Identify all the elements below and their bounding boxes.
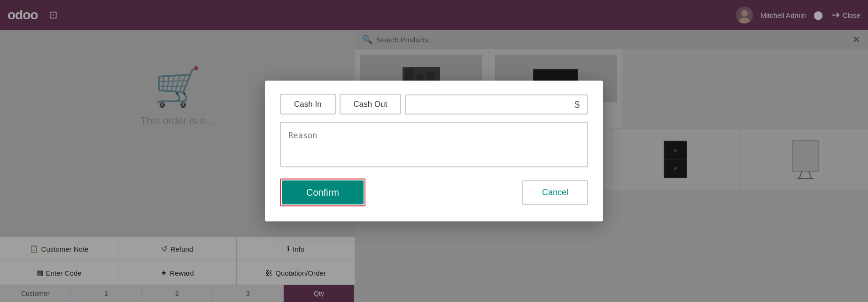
modal-tab-row: Cash In Cash Out $ — [280, 94, 588, 115]
amount-input[interactable] — [413, 100, 574, 109]
cancel-button[interactable]: Cancel — [522, 180, 588, 205]
cash-in-tab[interactable]: Cash In — [280, 94, 336, 115]
modal-actions: Confirm Cancel — [280, 179, 588, 207]
confirm-button[interactable]: Confirm — [282, 181, 364, 205]
currency-symbol: $ — [574, 99, 580, 110]
confirm-btn-wrapper: Confirm — [280, 179, 365, 207]
reason-input[interactable] — [280, 122, 588, 167]
amount-input-wrap: $ — [405, 94, 588, 114]
cash-move-modal: Cash In Cash Out $ Confirm Cancel — [265, 81, 603, 222]
cash-out-tab[interactable]: Cash Out — [340, 94, 402, 115]
